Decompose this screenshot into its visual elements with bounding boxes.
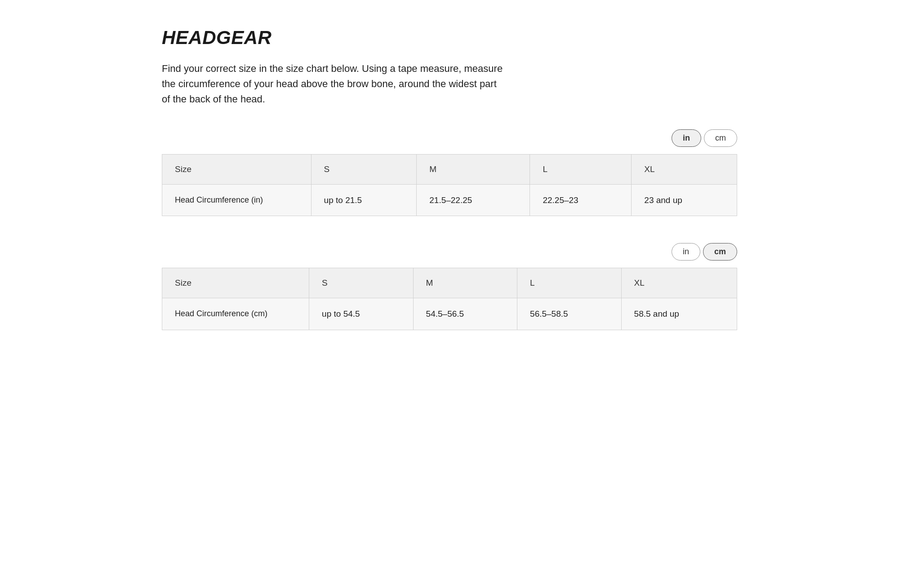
unit-toggle-cm: in cm (672, 243, 737, 261)
row-xl-in: 23 and up (632, 185, 737, 216)
header-size: Size (162, 155, 312, 185)
cm-button-2[interactable]: cm (703, 243, 737, 261)
row-s-in: up to 21.5 (311, 185, 417, 216)
cm-button-1[interactable]: cm (704, 129, 737, 147)
header-size-cm: Size (162, 268, 309, 298)
row-label-cm: Head Circumference (cm) (162, 298, 309, 330)
description: Find your correct size in the size chart… (162, 61, 503, 107)
header-s-cm: S (309, 268, 413, 298)
row-m-in: 21.5–22.25 (417, 185, 530, 216)
header-row: Size S M L XL (162, 155, 737, 185)
cm-table: Size S M L XL Head Circumference (cm) up… (162, 268, 737, 330)
header-m: M (417, 155, 530, 185)
header-m-cm: M (413, 268, 517, 298)
inches-table-body: Head Circumference (in) up to 21.5 21.5–… (162, 185, 737, 216)
in-button-2[interactable]: in (672, 243, 700, 261)
inches-table: Size S M L XL Head Circumference (in) up… (162, 154, 737, 216)
cm-table-header: Size S M L XL (162, 268, 737, 298)
unit-toggle-row-cm: in cm (162, 243, 737, 261)
header-xl: XL (632, 155, 737, 185)
row-l-cm: 56.5–58.5 (517, 298, 621, 330)
page-container: HEADGEAR Find your correct size in the s… (148, 27, 751, 330)
page-title: HEADGEAR (162, 27, 737, 49)
table-row: Head Circumference (in) up to 21.5 21.5–… (162, 185, 737, 216)
header-s: S (311, 155, 417, 185)
row-label-in: Head Circumference (in) (162, 185, 312, 216)
header-l-cm: L (517, 268, 621, 298)
inches-table-header: Size S M L XL (162, 155, 737, 185)
row-m-cm: 54.5–56.5 (413, 298, 517, 330)
cm-table-section: in cm Size S M L XL Head Circumference (… (162, 243, 737, 330)
in-button-1[interactable]: in (672, 129, 701, 147)
row-xl-cm: 58.5 and up (621, 298, 737, 330)
inches-table-section: in cm Size S M L XL Head Circumference (… (162, 129, 737, 216)
cm-table-body: Head Circumference (cm) up to 54.5 54.5–… (162, 298, 737, 330)
row-s-cm: up to 54.5 (309, 298, 413, 330)
table-row-cm: Head Circumference (cm) up to 54.5 54.5–… (162, 298, 737, 330)
unit-toggle-row-in: in cm (162, 129, 737, 147)
unit-toggle-in: in cm (672, 129, 737, 147)
row-l-in: 22.25–23 (530, 185, 632, 216)
header-l: L (530, 155, 632, 185)
header-row-cm: Size S M L XL (162, 268, 737, 298)
header-xl-cm: XL (621, 268, 737, 298)
